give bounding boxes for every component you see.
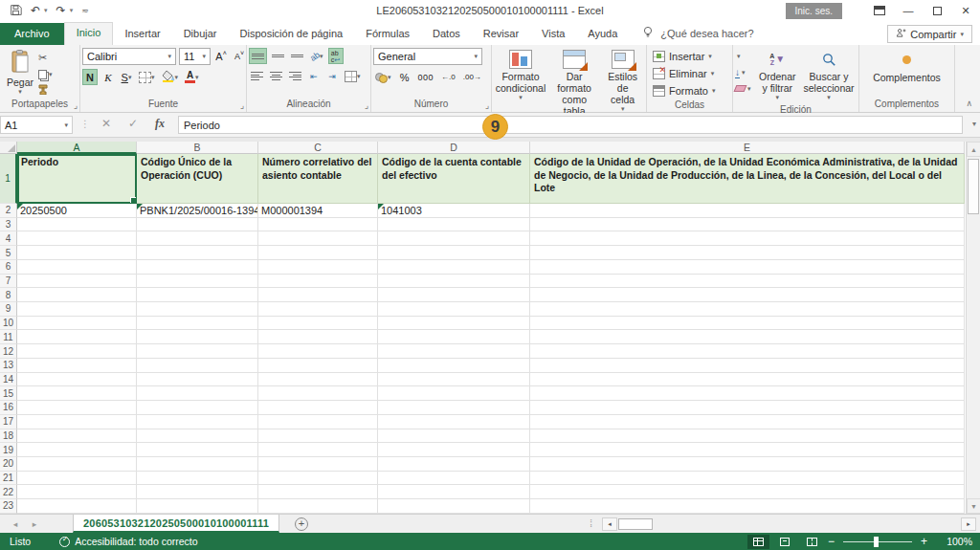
delete-cells-button[interactable]: Eliminar ▾ [651,65,716,81]
cell-B16[interactable] [137,401,258,415]
row-header-9[interactable]: 9 [0,302,17,317]
row-header-20[interactable]: 20 [0,457,17,472]
cell-C17[interactable] [258,415,378,429]
cell-D3[interactable] [378,218,530,232]
cell-E6[interactable] [530,260,965,275]
cell-E15[interactable] [530,386,965,401]
cell-A13[interactable] [17,359,137,373]
cell-B10[interactable] [137,317,258,331]
percent-style-button[interactable]: % [397,69,412,85]
align-bottom-button[interactable] [289,48,305,64]
cell-C3[interactable] [258,218,378,232]
cell-A16[interactable] [17,401,137,415]
redo-dropdown-icon[interactable]: ▾ [70,7,74,14]
copy-button[interactable]: ▾ [38,67,53,81]
cell-D5[interactable] [378,246,530,260]
cell-E7[interactable] [530,275,965,289]
sign-in-button[interactable]: Inic. ses. [786,3,842,19]
cell-A5[interactable] [17,246,137,260]
cell-B14[interactable] [137,373,258,387]
zoom-level[interactable]: 100% [938,536,972,547]
formula-bar-sizer[interactable]: ⋮ [80,119,90,129]
cut-button[interactable]: ✂ [38,51,53,65]
cell-D19[interactable] [378,443,530,457]
cell-D14[interactable] [378,373,530,387]
cell-D2[interactable]: 1041003 [378,204,530,218]
cell-A19[interactable] [17,443,137,457]
accessibility-status[interactable]: Accesibilidad: todo correcto [59,536,197,547]
row-header-4[interactable]: 4 [0,231,17,246]
cell-D22[interactable] [378,485,530,499]
number-format-combo[interactable]: General ▾ [373,48,482,65]
numero-dialog-launcher[interactable]: ⌟ [485,101,489,110]
cell-B23[interactable] [137,499,258,514]
tab-dibujar[interactable]: Dibujar [172,23,229,45]
minimize-button[interactable]: — [894,0,923,21]
align-right-button[interactable] [287,68,303,84]
scroll-down-icon[interactable]: ▼ [967,498,980,514]
row-header-22[interactable]: 22 [0,485,17,499]
column-header-A[interactable]: A [17,142,137,154]
cell-A23[interactable] [17,499,137,514]
cell-D17[interactable] [378,415,530,429]
cell-A8[interactable] [17,288,137,302]
cell-A22[interactable] [17,485,137,499]
cell-E13[interactable] [530,359,965,373]
cell-D18[interactable] [378,429,530,444]
cell-B8[interactable] [137,288,258,302]
row-header-6[interactable]: 6 [0,260,17,275]
cell-D1[interactable]: Código de la cuenta contable del efectiv… [378,154,530,204]
tab-vista[interactable]: Vista [530,23,576,45]
zoom-slider[interactable] [843,541,912,542]
shrink-font-button[interactable]: A˅ [232,48,247,64]
cell-B17[interactable] [137,415,258,429]
sheet-nav-prev-icon[interactable]: ◂ [6,519,25,529]
cell-C1[interactable]: Número correlativo del asiento contable [258,154,378,204]
cell-E19[interactable] [530,443,965,457]
cell-D12[interactable] [378,344,530,359]
cell-E22[interactable] [530,485,965,499]
row-header-12[interactable]: 12 [0,344,17,359]
zoom-in-button[interactable]: + [921,536,927,547]
bold-button[interactable]: N [82,69,98,85]
share-button[interactable]: Compartir ▾ [887,25,972,43]
scroll-up-icon[interactable]: ▲ [967,142,980,157]
increase-decimal-button[interactable]: ←.0 [439,69,457,85]
find-select-button[interactable]: Buscar y seleccionar ▾ [801,48,857,103]
cell-D10[interactable] [378,317,530,331]
cell-A14[interactable] [17,373,137,387]
increase-indent-button[interactable]: ⇥ [324,68,340,84]
cell-A12[interactable] [17,344,137,359]
column-header-E[interactable]: E [530,142,965,154]
cell-A17[interactable] [17,415,137,429]
name-box[interactable]: A1 ▾ [0,116,73,134]
format-painter-button[interactable] [38,83,53,98]
cell-E12[interactable] [530,344,965,359]
cell-A4[interactable] [17,231,137,246]
column-header-D[interactable]: D [378,142,530,154]
cell-E4[interactable] [530,231,965,246]
horizontal-scroll-thumb[interactable] [618,518,653,530]
tab-ayuda[interactable]: Ayuda [576,23,629,45]
enter-entry-icon[interactable]: ✓ [128,117,138,130]
sheet-nav-next-icon[interactable]: ▸ [25,519,44,529]
cell-D23[interactable] [378,499,530,514]
fill-color-button[interactable]: ▾ [160,69,181,85]
fill-button[interactable]: ↓▾ [735,65,751,79]
page-break-view-button[interactable] [801,535,823,549]
column-header-C[interactable]: C [258,142,378,154]
cell-E3[interactable] [530,218,965,232]
tab-revisar[interactable]: Revisar [472,23,530,45]
cell-E23[interactable] [530,499,965,514]
cell-B3[interactable] [137,218,258,232]
cell-B11[interactable] [137,330,258,344]
tab-fórmulas[interactable]: Fórmulas [354,23,421,45]
cell-C23[interactable] [258,499,378,514]
restore-button[interactable] [923,0,951,21]
paste-button[interactable]: Pegar ▾ [2,48,38,98]
autosum-button[interactable]: ▾ [735,49,751,63]
cell-A1[interactable]: Periodo [17,154,137,204]
scroll-left-icon[interactable]: ◂ [602,517,617,531]
cell-B7[interactable] [137,275,258,289]
cell-A6[interactable] [17,260,137,275]
